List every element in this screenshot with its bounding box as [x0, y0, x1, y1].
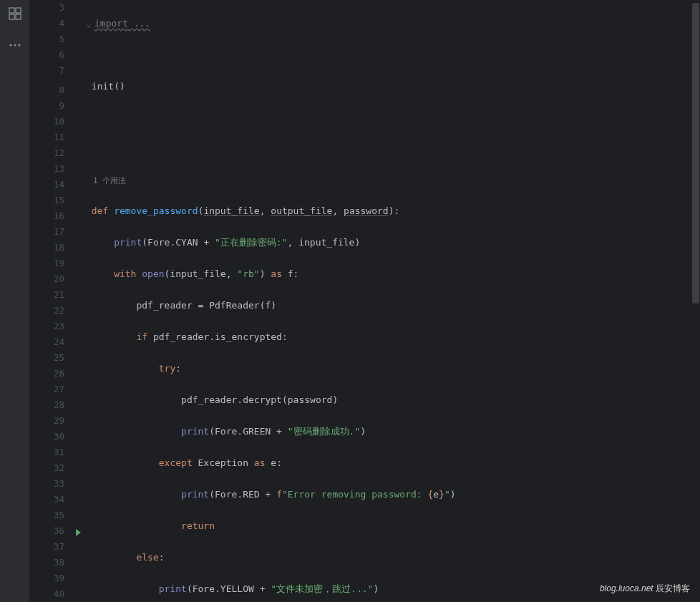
svg-point-4: [9, 44, 11, 46]
tool-sidebar: [0, 0, 30, 602]
line-number-gutter: 34567 89101112 1314151617 1819202122 232…: [30, 0, 72, 602]
import-stmt: import: [94, 18, 128, 29]
more-icon[interactable]: [7, 37, 23, 53]
vertical-scrollbar[interactable]: [691, 0, 700, 602]
svg-rect-1: [16, 8, 21, 13]
svg-rect-2: [9, 14, 14, 19]
run-main-icon[interactable]: [72, 525, 84, 540]
watermark: blog.luoca.net 辰安博客: [600, 583, 690, 595]
svg-rect-0: [9, 8, 14, 13]
code-editor[interactable]: ⌄import ... init() 1 个用法 def remove_pass…: [84, 0, 700, 602]
editor-layout: 34567 89101112 1314151617 1819202122 232…: [0, 0, 700, 602]
svg-rect-3: [16, 14, 21, 19]
usage-hint[interactable]: 1 个用法: [86, 173, 700, 188]
run-gutter: [72, 0, 84, 602]
structure-icon[interactable]: [7, 6, 23, 21]
scrollbar-thumb[interactable]: [692, 3, 699, 304]
svg-point-5: [14, 44, 16, 46]
svg-point-6: [18, 44, 20, 46]
